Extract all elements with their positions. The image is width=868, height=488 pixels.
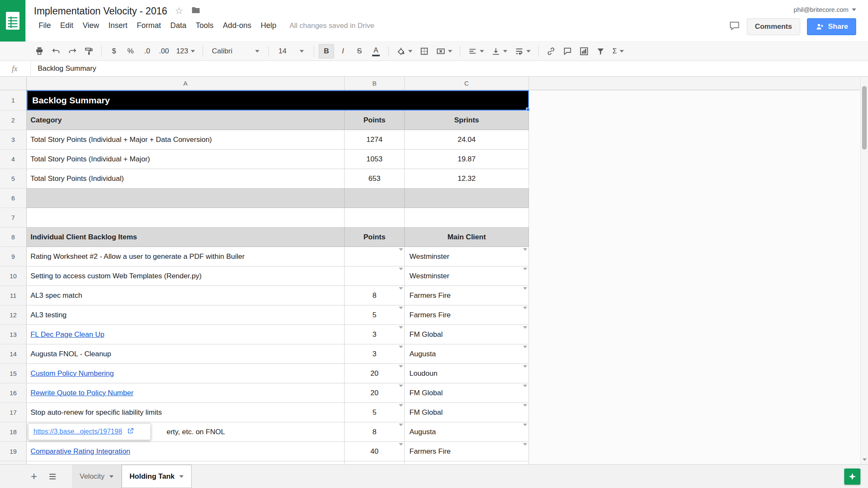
strikethrough-button[interactable]: S	[352, 44, 367, 58]
vertical-scrollbar[interactable]	[860, 77, 868, 464]
cell-A4[interactable]: Total Story Points (Individual + Major)	[27, 150, 345, 169]
cell-A15[interactable]: Custom Policy Numbering	[27, 364, 345, 383]
account-dropdown-icon[interactable]	[852, 8, 856, 11]
cell-C12[interactable]: Farmers Fire	[405, 305, 529, 325]
cell-B3[interactable]: 1274	[345, 130, 405, 150]
external-link-icon[interactable]	[126, 427, 134, 437]
scrollbar-thumb[interactable]	[862, 86, 867, 150]
all-sheets-button[interactable]	[43, 465, 62, 488]
cell-C7[interactable]	[405, 208, 529, 227]
row-header-10[interactable]: 10	[0, 266, 27, 286]
cell-link[interactable]: FL Dec Page Clean Up	[31, 330, 104, 339]
cell-B15[interactable]: 20	[345, 364, 405, 383]
move-to-folder-icon[interactable]	[191, 5, 201, 17]
row-header-18[interactable]: 18	[0, 422, 27, 442]
insert-link-button[interactable]	[543, 44, 559, 58]
menu-view[interactable]: View	[78, 19, 104, 32]
cell-C13[interactable]: FM Global	[405, 325, 529, 344]
menu-tools[interactable]: Tools	[191, 19, 218, 32]
cell-C17[interactable]: FM Global	[405, 403, 529, 422]
row-header-13[interactable]: 13	[0, 325, 27, 344]
cell-link[interactable]: Rewrite Quote to Policy Number	[31, 389, 134, 397]
cell-A16[interactable]: Rewrite Quote to Policy Number	[27, 383, 345, 403]
row-header-9[interactable]: 9	[0, 247, 27, 266]
add-sheet-button[interactable]: +	[25, 465, 43, 488]
cell-C19[interactable]: Farmers Fire	[405, 442, 529, 461]
scrollbar-down-button[interactable]	[861, 456, 868, 463]
cell-B13[interactable]: 3	[345, 325, 405, 344]
cell-C[interactable]	[405, 461, 529, 464]
borders-button[interactable]	[417, 44, 432, 58]
cell-A7[interactable]	[27, 208, 345, 227]
row-header-19[interactable]: 19	[0, 442, 27, 461]
cell-A19[interactable]: Comparative Rating Integration	[27, 442, 345, 461]
menu-file[interactable]: File	[34, 19, 56, 32]
number-format-button[interactable]: 123	[173, 44, 198, 58]
menu-format[interactable]: Format	[132, 19, 166, 32]
text-wrap-button[interactable]	[512, 44, 534, 58]
increase-decimal-button[interactable]: .00	[156, 44, 172, 58]
cell-A2[interactable]: Category	[27, 111, 345, 130]
bold-button[interactable]: B	[319, 44, 334, 58]
cell-C6[interactable]	[405, 189, 529, 208]
fill-handle[interactable]	[526, 108, 530, 111]
cell-A13[interactable]: FL Dec Page Clean Up	[27, 325, 345, 344]
sheets-logo-icon[interactable]	[0, 0, 25, 42]
cell-B16[interactable]: 20	[345, 383, 405, 403]
row-header-16[interactable]: 16	[0, 383, 27, 403]
text-color-button[interactable]: A	[368, 44, 384, 58]
cell-B5[interactable]: 653	[345, 169, 405, 189]
insert-comment-button[interactable]	[560, 44, 575, 58]
cell-C11[interactable]: Farmers Fire	[405, 286, 529, 305]
cell-A[interactable]	[27, 461, 345, 464]
cell-B[interactable]	[345, 461, 405, 464]
account-email[interactable]: phil@britecore.com	[794, 6, 849, 13]
cell-C10[interactable]: Westminster	[405, 266, 529, 286]
redo-button[interactable]	[65, 44, 80, 58]
sheet-tab-dropdown-icon[interactable]	[179, 475, 184, 478]
formula-input[interactable]: Backlog Summary	[31, 61, 868, 76]
italic-button[interactable]: I	[335, 44, 351, 58]
cell-C2[interactable]: Sprints	[405, 111, 529, 130]
cell-B12[interactable]: 5	[345, 305, 405, 325]
cell-B4[interactable]: 1053	[345, 150, 405, 169]
cell-C4[interactable]: 19.87	[405, 150, 529, 169]
menu-addons[interactable]: Add-ons	[218, 19, 256, 32]
percent-format-button[interactable]: %	[123, 44, 138, 58]
cell-A17[interactable]: Stop auto-renew for specific liability l…	[27, 403, 345, 422]
print-button[interactable]	[32, 44, 47, 58]
decrease-decimal-button[interactable]: .0	[139, 44, 155, 58]
cell-A8[interactable]: Individual Client Backlog Items	[27, 227, 345, 247]
filter-button[interactable]	[593, 44, 608, 58]
cell-A6[interactable]	[27, 189, 345, 208]
cell-B14[interactable]: 3	[345, 344, 405, 364]
paint-format-button[interactable]	[81, 44, 97, 58]
row-header-11[interactable]: 11	[0, 286, 27, 305]
cell-C15[interactable]: Loudoun	[405, 364, 529, 383]
cell-B6[interactable]	[345, 189, 405, 208]
cell-A9[interactable]: Rating Worksheet #2 - Allow a user to ge…	[27, 247, 345, 266]
font-family-select[interactable]: Calibri	[208, 44, 264, 58]
cell-A11[interactable]: AL3 spec match	[27, 286, 345, 305]
explore-button[interactable]	[844, 469, 860, 485]
cell-C3[interactable]: 24.04	[405, 130, 529, 150]
font-size-select[interactable]: 14	[273, 44, 309, 58]
menu-data[interactable]: Data	[166, 19, 191, 32]
menu-edit[interactable]: Edit	[56, 19, 78, 32]
row-header-1[interactable]: 1	[0, 90, 27, 111]
insert-chart-button[interactable]	[576, 44, 592, 58]
cell-A14[interactable]: Augusta FNOL - Cleanup	[27, 344, 345, 364]
sheet-tab-dropdown-icon[interactable]	[109, 475, 114, 478]
share-button[interactable]: Share	[807, 18, 856, 35]
cell-B7[interactable]	[345, 208, 405, 227]
row-header-4[interactable]: 4	[0, 150, 27, 169]
row-header-extra[interactable]	[0, 461, 27, 464]
column-header-B[interactable]: B	[345, 77, 405, 90]
sheet-tab-holding-tank[interactable]: Holding Tank	[122, 465, 192, 488]
row-header-5[interactable]: 5	[0, 169, 27, 189]
vertical-align-button[interactable]	[488, 44, 510, 58]
row-header-3[interactable]: 3	[0, 130, 27, 150]
row-header-8[interactable]: 8	[0, 227, 27, 247]
comments-button[interactable]: Comments	[747, 18, 800, 35]
cell-B18[interactable]: 8	[345, 422, 405, 442]
